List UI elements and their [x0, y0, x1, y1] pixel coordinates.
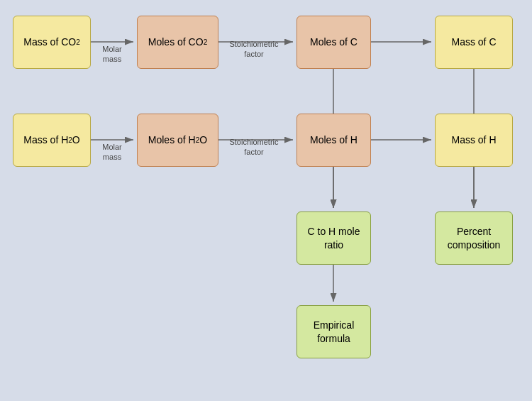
empirical-formula-box: Empirical formula	[297, 305, 371, 358]
c-to-h-box: C to H mole ratio	[297, 212, 371, 265]
stoichiometric-factor-label-2: Stoichiometricfactor	[218, 137, 289, 158]
moles-h2o-box: Moles of H2O	[137, 114, 218, 167]
diagram: Mass of CO2 Moles of CO2 Moles of C Mass…	[0, 0, 532, 401]
molar-mass-label-2: Molarmass	[91, 142, 133, 163]
percent-composition-box: Percent composition	[435, 212, 513, 265]
mass-c-box: Mass of C	[435, 16, 513, 69]
mass-h-box: Mass of H	[435, 114, 513, 167]
mass-h2o-box: Mass of H2O	[13, 114, 91, 167]
molar-mass-label-1: Molarmass	[91, 44, 133, 65]
stoichiometric-factor-label-1: Stoichiometricfactor	[218, 39, 289, 60]
moles-c-box: Moles of C	[297, 16, 371, 69]
mass-co2-box: Mass of CO2	[13, 16, 91, 69]
moles-h-box: Moles of H	[297, 114, 371, 167]
moles-co2-box: Moles of CO2	[137, 16, 218, 69]
